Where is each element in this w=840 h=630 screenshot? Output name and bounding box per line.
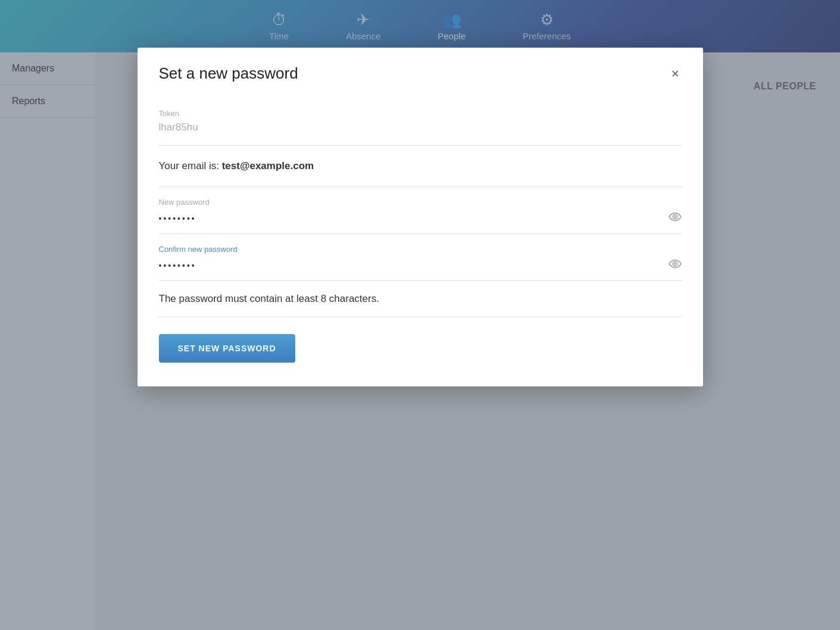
token-value: lhar85hu (159, 121, 682, 133)
modal-header: Set a new password × (138, 48, 703, 97)
svg-point-3 (674, 263, 676, 265)
password-hint-text: The password must contain at least 8 cha… (159, 293, 379, 304)
token-label: Token (159, 109, 682, 118)
new-password-section: New password •••••••• (159, 187, 682, 234)
confirm-password-field-wrapper: •••••••• (159, 257, 682, 280)
modal-close-button[interactable]: × (669, 65, 682, 83)
confirm-password-dots: •••••••• (159, 261, 196, 270)
modal-title: Set a new password (159, 64, 298, 83)
confirm-password-label: Confirm new password (159, 245, 682, 254)
password-hint-section: The password must contain at least 8 cha… (159, 281, 682, 317)
set-password-modal: Set a new password × Token lhar85hu Your… (138, 48, 703, 386)
new-password-visibility-toggle[interactable] (669, 210, 682, 226)
new-password-field-wrapper: •••••••• (159, 210, 682, 233)
email-section: Your email is: test@example.com (159, 146, 682, 187)
set-new-password-button[interactable]: SET NEW PASSWORD (159, 334, 295, 363)
email-prefix: Your email is: (159, 160, 222, 171)
email-address: test@example.com (222, 160, 314, 171)
confirm-password-visibility-toggle[interactable] (669, 257, 682, 273)
new-password-dots: •••••••• (159, 214, 196, 223)
confirm-password-section: Confirm new password •••••••• (159, 234, 682, 281)
modal-body: Token lhar85hu Your email is: test@examp… (138, 97, 703, 363)
svg-point-1 (674, 216, 676, 218)
token-section: Token lhar85hu (159, 97, 682, 146)
submit-section: SET NEW PASSWORD (159, 317, 682, 363)
new-password-label: New password (159, 198, 682, 207)
